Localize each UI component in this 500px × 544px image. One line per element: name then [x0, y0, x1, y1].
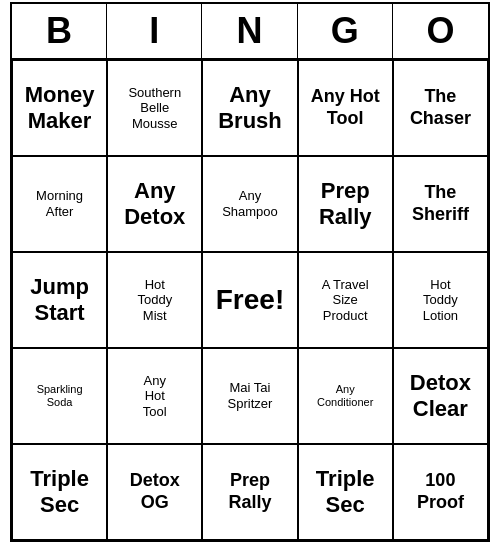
cell-text: Any HotTool: [311, 86, 380, 129]
cell-text: TheChaser: [410, 86, 471, 129]
cell-text: TripleSec: [316, 466, 375, 519]
header-letter: G: [298, 4, 393, 58]
header-letter: O: [393, 4, 488, 58]
cell-text: SparklingSoda: [37, 383, 83, 409]
bingo-cell: Any HotTool: [298, 60, 393, 156]
cell-text: MoneyMaker: [25, 82, 95, 135]
cell-text: Free!: [216, 283, 284, 317]
bingo-cell: TheChaser: [393, 60, 488, 156]
bingo-cell: TheSheriff: [393, 156, 488, 252]
cell-text: MorningAfter: [36, 188, 83, 219]
header-letter: N: [202, 4, 297, 58]
cell-text: HotToddyLotion: [423, 277, 458, 324]
cell-text: 100Proof: [417, 470, 464, 513]
bingo-cell: AnyBrush: [202, 60, 297, 156]
cell-text: AnyConditioner: [317, 383, 373, 409]
bingo-cell: A TravelSizeProduct: [298, 252, 393, 348]
bingo-cell: TripleSec: [298, 444, 393, 540]
cell-text: TheSheriff: [412, 182, 469, 225]
bingo-cell: MorningAfter: [12, 156, 107, 252]
cell-text: SouthernBelleMousse: [128, 85, 181, 132]
bingo-cell: SouthernBelleMousse: [107, 60, 202, 156]
bingo-cell: SparklingSoda: [12, 348, 107, 444]
bingo-cell: Free!: [202, 252, 297, 348]
bingo-cell: Mai TaiSpritzer: [202, 348, 297, 444]
bingo-cell: 100Proof: [393, 444, 488, 540]
cell-text: AnyBrush: [218, 82, 282, 135]
bingo-cell: PrepRally: [202, 444, 297, 540]
bingo-cell: AnyShampoo: [202, 156, 297, 252]
cell-text: DetoxClear: [410, 370, 471, 423]
bingo-cell: PrepRally: [298, 156, 393, 252]
bingo-cell: DetoxOG: [107, 444, 202, 540]
cell-text: PrepRally: [319, 178, 372, 231]
bingo-cell: AnyHotTool: [107, 348, 202, 444]
cell-text: PrepRally: [228, 470, 271, 513]
cell-text: HotToddyMist: [137, 277, 172, 324]
cell-text: DetoxOG: [130, 470, 180, 513]
cell-text: Mai TaiSpritzer: [228, 380, 273, 411]
bingo-cell: AnyConditioner: [298, 348, 393, 444]
bingo-cell: JumpStart: [12, 252, 107, 348]
header-letter: I: [107, 4, 202, 58]
bingo-header: BINGO: [12, 4, 488, 60]
header-letter: B: [12, 4, 107, 58]
bingo-card: BINGO MoneyMakerSouthernBelleMousseAnyBr…: [10, 2, 490, 542]
cell-text: JumpStart: [30, 274, 89, 327]
cell-text: TripleSec: [30, 466, 89, 519]
cell-text: AnyDetox: [124, 178, 185, 231]
cell-text: AnyHotTool: [143, 373, 167, 420]
bingo-cell: TripleSec: [12, 444, 107, 540]
cell-text: A TravelSizeProduct: [322, 277, 369, 324]
bingo-cell: DetoxClear: [393, 348, 488, 444]
bingo-cell: MoneyMaker: [12, 60, 107, 156]
bingo-cell: AnyDetox: [107, 156, 202, 252]
bingo-grid: MoneyMakerSouthernBelleMousseAnyBrushAny…: [12, 60, 488, 540]
bingo-cell: HotToddyMist: [107, 252, 202, 348]
bingo-cell: HotToddyLotion: [393, 252, 488, 348]
cell-text: AnyShampoo: [222, 188, 278, 219]
